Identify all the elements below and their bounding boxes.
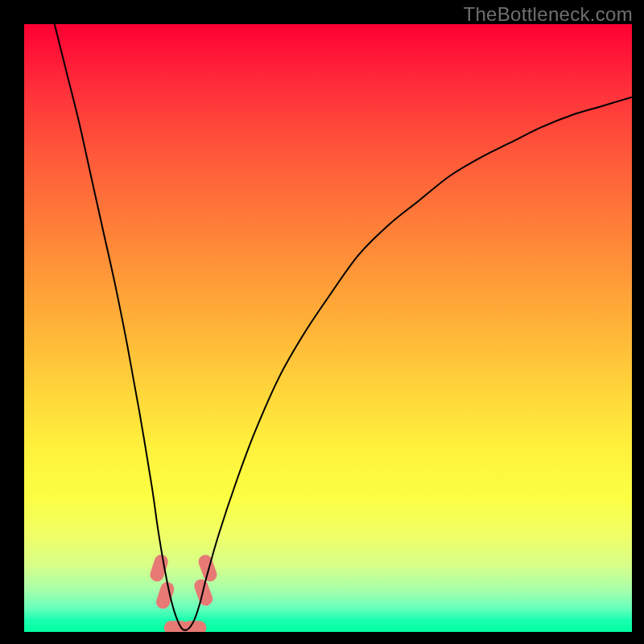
watermark-text: TheBottleneck.com bbox=[463, 3, 633, 26]
chart-svg bbox=[24, 24, 632, 632]
chart-frame: TheBottleneck.com bbox=[0, 0, 644, 644]
bottleneck-curve bbox=[55, 24, 632, 630]
svg-rect-5 bbox=[196, 553, 219, 584]
marker-layer bbox=[148, 553, 219, 632]
plot-area bbox=[24, 24, 632, 632]
marker-f bbox=[196, 553, 219, 584]
